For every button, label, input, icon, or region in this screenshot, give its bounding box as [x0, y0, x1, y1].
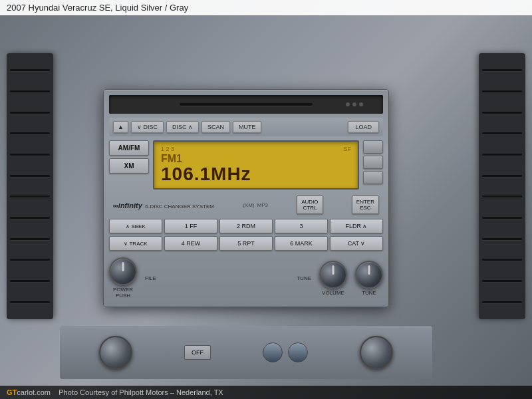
vent-slot [10, 112, 50, 114]
cat-button[interactable]: CAT ∨ [330, 236, 383, 251]
vent-slot [482, 280, 522, 282]
credit-bar: GTcarlot.com Photo Courtesy of Philpott … [0, 386, 532, 399]
carlot-text: carlot.com [17, 388, 51, 396]
mp3-icon: MP3 [257, 202, 268, 208]
source-buttons: AM/FM XM [109, 140, 149, 190]
display-top-row: 1 2 3 SF [161, 146, 351, 152]
stereo-area: ▲ ∨ DISC DISC ∧ SCAN MUTE LOAD AM/FM XM … [60, 19, 432, 378]
slot-dot [359, 102, 363, 106]
display-mode: FM1 [161, 154, 351, 164]
vent-slot [10, 196, 50, 198]
caption-bar: 2007 Hyundai Veracruz SE, Liquid Silver … [0, 0, 532, 15]
car-color: Liquid Silver / Gray [115, 3, 188, 13]
vent-slot [482, 301, 522, 303]
vent-slot [482, 175, 522, 177]
file-label: FILE [145, 275, 156, 281]
disc-up-button[interactable]: DISC ∧ [166, 121, 199, 133]
load-button[interactable]: LOAD [348, 121, 379, 133]
vent-slot [482, 112, 522, 114]
system-description: 6-DISC CHANGER SYSTEM [145, 203, 214, 209]
vent-slot [482, 132, 522, 134]
volume-knob[interactable] [319, 261, 347, 289]
eject-button[interactable]: ▲ [113, 121, 128, 133]
xm-button[interactable]: XM [109, 158, 149, 174]
vent-slot [10, 90, 50, 92]
vent-slot [482, 259, 522, 261]
mute-button[interactable]: MUTE [233, 121, 262, 133]
power-knob[interactable] [109, 257, 137, 285]
side-btn-2[interactable] [363, 156, 383, 169]
xm-icon: (XM) [243, 202, 254, 208]
6mark-button[interactable]: 6 MARK [275, 236, 328, 251]
preset-numbers: 1 2 3 [161, 146, 174, 152]
main-button-grid: ∧ SEEK 1 FF 2 RDM 3 FLDR ∧ [109, 219, 383, 233]
tune-knob-area: TUNE [355, 261, 383, 296]
car-title: 2007 Hyundai Veracruz SE, [7, 3, 113, 13]
vent-slot [482, 154, 522, 156]
vent-slot [10, 280, 50, 282]
stereo-unit: ▲ ∨ DISC DISC ∧ SCAN MUTE LOAD AM/FM XM … [103, 89, 389, 308]
side-btn-1[interactable] [363, 140, 383, 154]
vent-slot [482, 69, 522, 71]
vent-slot [482, 196, 522, 198]
slot-indicators [346, 102, 363, 106]
file-tune-labels: FILE TUNE [142, 275, 314, 281]
tune-knob-label: TUNE [362, 290, 376, 296]
brand-name: ∞infinity [113, 201, 142, 209]
cd-control-row: ▲ ∨ DISC DISC ∧ SCAN MUTE LOAD [109, 118, 383, 136]
cd-slot [109, 95, 383, 114]
display-frequency: 106.1MHz [161, 164, 351, 185]
enter-esc-button[interactable]: ENTERESC [352, 196, 379, 214]
brand-info: ∞infinity 6-DISC CHANGER SYSTEM [113, 199, 214, 211]
climate-knob-right[interactable] [360, 336, 393, 369]
climate-knob-left[interactable] [99, 336, 132, 369]
brand-row: ∞infinity 6-DISC CHANGER SYSTEM (XM) MP3… [109, 194, 383, 216]
power-volume-knob-area: POWERPUSH [109, 257, 137, 299]
2rdm-button[interactable]: 2 RDM [219, 219, 273, 233]
bottom-controls: POWERPUSH FILE TUNE VOLUME TUNE [109, 255, 383, 301]
seek-up-button[interactable]: ∧ SEEK [109, 219, 162, 233]
5rpt-button[interactable]: 5 RPT [219, 236, 273, 251]
vent-slot [10, 301, 50, 303]
vent-slot [482, 238, 522, 240]
left-vent [7, 53, 53, 319]
tune-label: TUNE [297, 275, 311, 281]
cd-slot-line [180, 103, 313, 106]
side-btn-3[interactable] [363, 171, 383, 184]
scan-button[interactable]: SCAN [201, 121, 230, 133]
1ff-button[interactable]: 1 FF [164, 219, 217, 233]
vent-slot [10, 69, 50, 71]
3-button[interactable]: 3 [275, 219, 328, 233]
second-button-grid: ∨ TRACK 4 REW 5 RPT 6 MARK CAT ∨ [109, 236, 383, 251]
audio-ctrl-button[interactable]: AUDIOCTRL [297, 196, 323, 214]
vent-slot [482, 217, 522, 219]
slot-dot [352, 102, 356, 106]
sf-label: SF [343, 146, 351, 152]
photo-credit: Photo Courtesy of Philpott Motors – Nede… [59, 388, 223, 396]
tune-knob[interactable] [355, 261, 383, 289]
display-screen: 1 2 3 SF FM1 106.1MHz [153, 140, 359, 190]
disc-down-button[interactable]: ∨ DISC [131, 121, 164, 133]
vent-slot [10, 238, 50, 240]
gt-brand: GT [7, 388, 17, 396]
off-button[interactable]: OFF [184, 345, 211, 360]
display-row: AM/FM XM 1 2 3 SF FM1 106.1MHz [109, 140, 383, 190]
4rew-button[interactable]: 4 REW [164, 236, 217, 251]
vent-slot [10, 259, 50, 261]
right-vent [479, 53, 525, 319]
vent-slot [10, 132, 50, 134]
brand-icons: (XM) MP3 [243, 202, 268, 208]
fldr-button[interactable]: FLDR ∧ [330, 219, 383, 233]
fan-control-btn[interactable] [288, 342, 308, 362]
slot-dot [346, 102, 350, 106]
vent-slot [10, 217, 50, 219]
power-label: POWERPUSH [113, 287, 133, 299]
am-fm-button[interactable]: AM/FM [109, 140, 149, 156]
vent-control-btn[interactable] [263, 342, 283, 362]
vent-slot [10, 175, 50, 177]
climate-controls: OFF [60, 326, 432, 379]
main-photo: 2007 Hyundai Veracruz SE, Liquid Silver … [0, 0, 532, 399]
volume-label: VOLUME [322, 290, 344, 296]
track-down-button[interactable]: ∨ TRACK [109, 236, 162, 251]
vent-slot [482, 90, 522, 92]
